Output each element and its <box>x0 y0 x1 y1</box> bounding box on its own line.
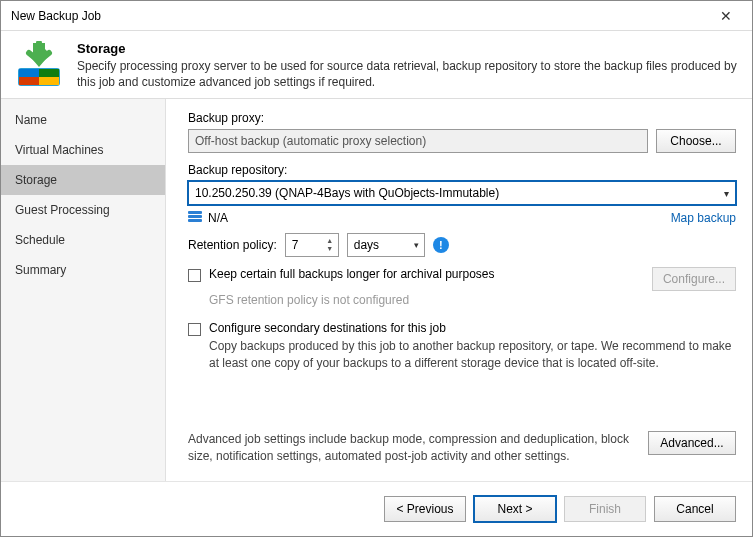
retention-unit: days <box>354 238 379 252</box>
backup-repo-select[interactable]: 10.250.250.39 (QNAP-4Bays with QuObjects… <box>188 181 736 205</box>
dialog-window: New Backup Job ✕ Storage Specify process… <box>0 0 753 537</box>
retention-unit-select[interactable]: days ▾ <box>347 233 425 257</box>
sidebar-item-summary[interactable]: Summary <box>1 255 165 285</box>
backup-proxy-label: Backup proxy: <box>188 111 736 125</box>
backup-proxy-value: Off-host backup (automatic proxy selecti… <box>195 134 426 148</box>
svg-rect-3 <box>19 69 39 77</box>
header: Storage Specify processing proxy server … <box>1 31 752 98</box>
spinner-arrows[interactable]: ▲▼ <box>324 235 336 255</box>
sidebar-item-schedule[interactable]: Schedule <box>1 225 165 255</box>
wizard-nav: < Previous Next > Finish Cancel <box>1 481 752 536</box>
retention-label: Retention policy: <box>188 238 277 252</box>
sidebar-item-storage[interactable]: Storage <box>1 165 165 195</box>
chevron-down-icon: ▾ <box>724 188 729 199</box>
secondary-dest-checkbox[interactable] <box>188 323 201 336</box>
header-text: Storage Specify processing proxy server … <box>77 41 738 90</box>
backup-repo-value: 10.250.250.39 (QNAP-4Bays with QuObjects… <box>195 186 499 200</box>
backup-repo-label: Backup repository: <box>188 163 736 177</box>
titlebar: New Backup Job ✕ <box>1 1 752 31</box>
chevron-down-icon: ▾ <box>414 240 419 250</box>
next-button[interactable]: Next > <box>474 496 556 522</box>
sidebar-item-virtual-machines[interactable]: Virtual Machines <box>1 135 165 165</box>
secondary-dest-desc: Copy backups produced by this job to ano… <box>209 338 736 372</box>
sidebar-item-guest-processing[interactable]: Guest Processing <box>1 195 165 225</box>
retention-value-input[interactable]: 7 ▲▼ <box>285 233 339 257</box>
cancel-button[interactable]: Cancel <box>654 496 736 522</box>
svg-rect-4 <box>39 69 59 77</box>
map-backup-link[interactable]: Map backup <box>671 211 736 225</box>
disk-stack-icon <box>188 211 202 225</box>
choose-proxy-button[interactable]: Choose... <box>656 129 736 153</box>
backup-proxy-field[interactable]: Off-host backup (automatic proxy selecti… <box>188 129 648 153</box>
svg-rect-1 <box>19 77 39 85</box>
secondary-dest-label: Configure secondary destinations for thi… <box>209 321 446 335</box>
keep-full-checkbox[interactable] <box>188 269 201 282</box>
advanced-desc: Advanced job settings include backup mod… <box>188 431 636 465</box>
svg-rect-2 <box>39 77 59 85</box>
configure-gfs-button: Configure... <box>652 267 736 291</box>
sidebar-item-name[interactable]: Name <box>1 105 165 135</box>
body: Name Virtual Machines Storage Guest Proc… <box>1 98 752 481</box>
header-title: Storage <box>77 41 738 56</box>
finish-button: Finish <box>564 496 646 522</box>
keep-full-label: Keep certain full backups longer for arc… <box>209 267 495 281</box>
window-title: New Backup Job <box>11 9 706 23</box>
header-desc: Specify processing proxy server to be us… <box>77 58 738 90</box>
retention-value: 7 <box>292 238 299 252</box>
storage-wizard-icon <box>15 41 63 89</box>
sidebar: Name Virtual Machines Storage Guest Proc… <box>1 99 166 481</box>
gfs-note: GFS retention policy is not configured <box>209 293 736 307</box>
svg-marker-5 <box>27 43 51 67</box>
info-icon[interactable]: ! <box>433 237 449 253</box>
content: Backup proxy: Off-host backup (automatic… <box>166 99 752 481</box>
advanced-button[interactable]: Advanced... <box>648 431 736 455</box>
close-icon[interactable]: ✕ <box>706 2 746 30</box>
previous-button[interactable]: < Previous <box>384 496 466 522</box>
repo-capacity: N/A <box>208 211 228 225</box>
